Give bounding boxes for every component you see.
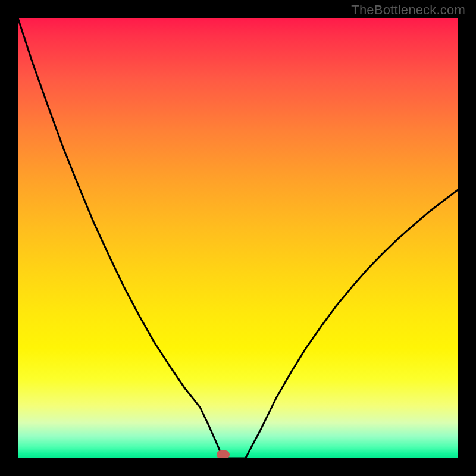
plot-area xyxy=(18,18,458,458)
watermark-text: TheBottleneck.com xyxy=(351,2,465,18)
curve-svg xyxy=(18,18,458,458)
optimal-marker xyxy=(217,450,230,458)
chart-frame: TheBottleneck.com xyxy=(0,0,476,476)
bottleneck-curve-path xyxy=(18,18,458,458)
